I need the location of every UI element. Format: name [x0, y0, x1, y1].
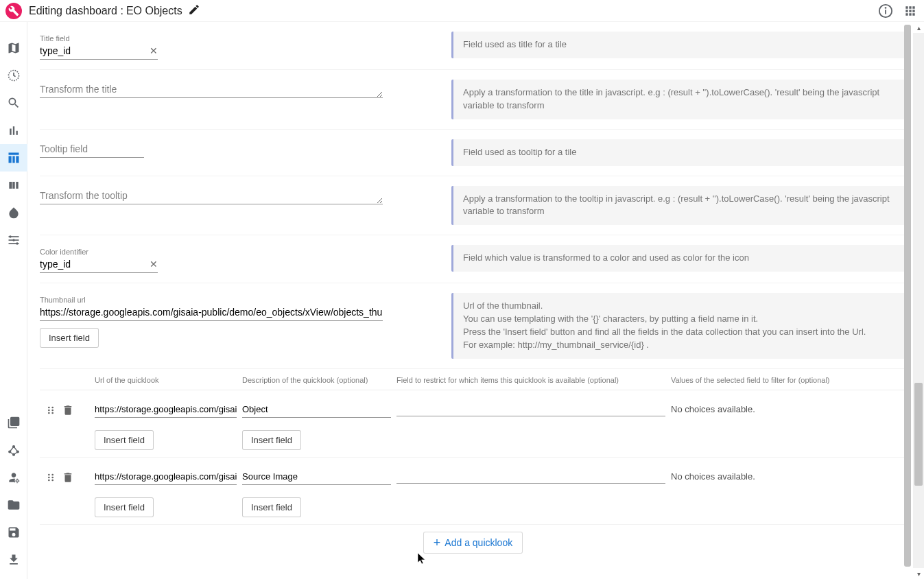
top-actions — [877, 3, 919, 19]
title-field-input[interactable] — [40, 44, 158, 60]
add-quicklook-button[interactable]: + Add a quicklook — [423, 532, 523, 554]
transform-tooltip-input[interactable] — [40, 189, 383, 204]
svg-point-18 — [51, 406, 54, 408]
sidebar-item-users[interactable] — [0, 464, 27, 491]
person-settings-icon — [7, 471, 21, 484]
quicklook-row: Insert field Insert field No choices ava… — [40, 390, 906, 458]
sidebar-item-folder[interactable] — [0, 491, 27, 519]
sidebar-item-style[interactable] — [0, 199, 27, 226]
edit-title-button[interactable] — [188, 3, 200, 19]
tooltip-field-input[interactable] — [40, 142, 144, 158]
insert-field-thumbnail-button[interactable]: Insert field — [40, 328, 99, 348]
svg-rect-5 — [8, 236, 19, 237]
pencil-icon — [188, 3, 200, 16]
insert-field-ql-desc-button[interactable]: Insert field — [242, 430, 301, 450]
info-button[interactable] — [877, 3, 894, 19]
sidebar-item-save[interactable] — [0, 519, 27, 546]
bar-chart-icon — [7, 123, 21, 137]
quicklook-url-input[interactable] — [95, 470, 237, 485]
sidebar-item-graph[interactable] — [0, 436, 27, 464]
main-panel: Title field ✕ Field used as title for a … — [27, 22, 913, 579]
save-icon — [7, 525, 21, 539]
thumbnail-url-label: Thumbnail url — [40, 296, 424, 304]
color-identifier-input[interactable] — [40, 257, 158, 273]
delete-quicklook-button[interactable] — [62, 404, 74, 418]
drag-indicator-icon — [45, 405, 56, 416]
svg-point-26 — [51, 479, 54, 481]
quicklook-url-input[interactable] — [95, 403, 237, 418]
sidebar-item-timeline[interactable] — [0, 62, 27, 89]
quicklook-restrict-input[interactable] — [396, 471, 665, 484]
insert-field-ql-url-button[interactable]: Insert field — [95, 430, 154, 450]
svg-point-23 — [48, 479, 50, 481]
data-table-icon — [7, 151, 21, 165]
trash-icon — [62, 404, 74, 416]
title-field-label: Title field — [40, 34, 424, 43]
outer-scrollbar[interactable]: ▴ ▾ — [913, 22, 924, 579]
title-field-hint: Field used as title for a tile — [463, 38, 897, 51]
columns-icon — [7, 178, 21, 192]
sidebar-item-columns[interactable] — [0, 172, 27, 199]
content-scroll[interactable]: Title field ✕ Field used as title for a … — [27, 22, 913, 579]
svg-point-2 — [886, 7, 886, 8]
drag-indicator-icon — [45, 472, 56, 483]
download-icon — [7, 553, 21, 567]
title-prefix: Editing dashboard : — [29, 5, 123, 17]
trash-icon — [62, 471, 74, 484]
quicklook-desc-input[interactable] — [242, 403, 391, 418]
tooltip-field-hint: Field used as tooltip for a tile — [463, 146, 897, 159]
insert-field-ql-url-button[interactable]: Insert field — [95, 497, 154, 517]
history-icon — [7, 69, 21, 82]
svg-point-17 — [48, 412, 50, 414]
svg-point-20 — [51, 412, 54, 414]
clear-color-identifier[interactable]: ✕ — [150, 259, 158, 270]
transform-title-hint: Apply a transformation to the title in j… — [463, 86, 897, 113]
inner-scrollbar[interactable] — [902, 23, 913, 578]
top-bar: Editing dashboard : EO Objects — [0, 0, 924, 22]
tune-icon — [7, 233, 21, 247]
quicklook-values-text: No choices available. — [671, 403, 906, 414]
sidebar-item-library[interactable] — [0, 409, 27, 436]
transform-title-input[interactable] — [40, 82, 383, 98]
svg-point-24 — [51, 473, 54, 475]
svg-rect-7 — [8, 239, 19, 241]
sidebar-item-search[interactable] — [0, 89, 27, 117]
sidebar-item-analytics[interactable] — [0, 117, 27, 144]
drag-handle[interactable] — [45, 472, 56, 485]
ql-header-url: Url of the quicklook — [95, 376, 242, 384]
folder-icon — [7, 498, 21, 512]
thumbnail-url-input[interactable] — [40, 305, 383, 321]
insert-field-ql-desc-button[interactable]: Insert field — [242, 497, 301, 517]
thumbnail-url-hint: Url of the thumbnail. You can use templa… — [451, 293, 906, 358]
svg-point-15 — [48, 406, 50, 408]
app-logo — [5, 3, 22, 19]
wrench-icon — [8, 5, 19, 16]
page-title: Editing dashboard : EO Objects — [29, 3, 200, 19]
sidebar-item-settings[interactable] — [0, 226, 27, 254]
drag-handle[interactable] — [45, 405, 56, 418]
sidebar-item-download[interactable] — [0, 546, 27, 574]
title-name: EO Objects — [126, 5, 182, 17]
info-icon — [878, 3, 893, 19]
ql-header-restrict: Field to restrict for which items this q… — [396, 376, 671, 384]
quicklook-restrict-input[interactable] — [396, 404, 665, 416]
graph-icon — [7, 443, 21, 457]
quicklook-header: Url of the quicklook Description of the … — [40, 369, 906, 390]
apps-button[interactable] — [902, 3, 919, 19]
sidebar-item-map[interactable] — [0, 34, 27, 62]
ql-header-desc: Description of the quicklook (optional) — [242, 376, 396, 384]
quicklook-values-text: No choices available. — [671, 470, 906, 482]
quicklook-desc-input[interactable] — [242, 470, 391, 485]
color-identifier-label: Color identifier — [40, 248, 424, 256]
clear-title-field[interactable]: ✕ — [150, 45, 158, 56]
svg-point-22 — [48, 476, 50, 478]
sidebar — [0, 22, 27, 579]
sidebar-item-data-table[interactable] — [0, 144, 27, 172]
plus-icon: + — [434, 536, 441, 549]
delete-quicklook-button[interactable] — [62, 471, 74, 486]
scroll-down-arrow[interactable]: ▾ — [913, 568, 924, 579]
scroll-up-arrow[interactable]: ▴ — [913, 22, 924, 33]
opacity-icon — [7, 206, 21, 220]
svg-point-21 — [48, 473, 50, 475]
quicklook-row: Insert field Insert field No choices ava… — [40, 458, 906, 525]
